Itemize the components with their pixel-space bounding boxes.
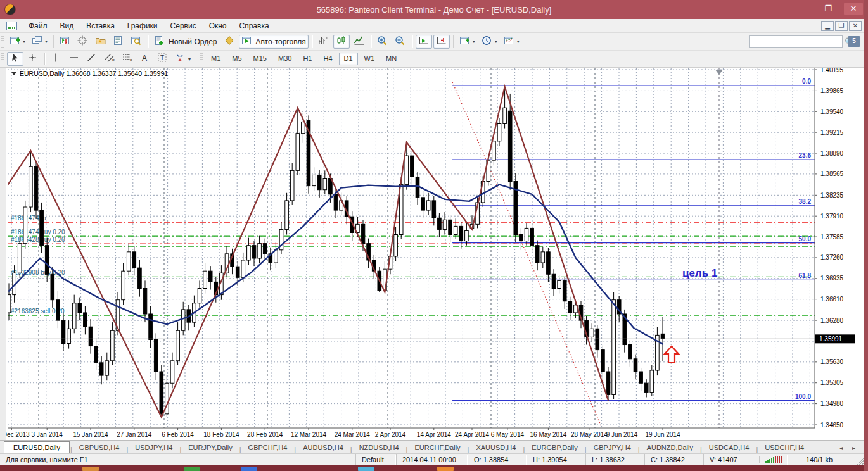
metaeditor-button[interactable] [221,35,238,49]
dropdown-caret-icon[interactable]: ▾ [473,39,475,44]
tab-eurchf-daily[interactable]: EURCHF,Daily [408,442,466,453]
new-order-button[interactable]: Новый Ордер [151,35,219,49]
timeframe-m1[interactable]: M1 [206,53,226,65]
taskbar-app-icon[interactable] [437,467,454,471]
new-chart-button[interactable]: ▾ [7,35,28,49]
toolbar-grip[interactable] [1,35,4,48]
navigator-button[interactable]: ★ [93,35,109,49]
mdi-minimize-button[interactable]: ▁ [821,21,834,31]
market-watch-button[interactable] [57,35,73,49]
search-input[interactable] [750,38,845,46]
zoom-in-button[interactable] [374,35,391,49]
tab-scroll-arrows[interactable]: ◂ ▸ [834,444,864,453]
maximize-button[interactable]: ❐ [819,3,838,15]
tab-audnzd-daily[interactable]: AUDNZD,Daily [641,442,699,453]
cursor-icon [10,53,21,65]
taskbar-app-icon[interactable] [241,467,257,471]
price-chart[interactable]: 0.023.638.250.061.8100.0#1861474 tp#1861… [6,68,864,440]
templates-button[interactable]: ▾ [501,35,522,49]
mdi-restore-button[interactable]: ❐ [835,21,848,31]
indicators-button[interactable]: ▾ [457,35,478,49]
tab-eurgbp-daily[interactable]: EURGBP,Daily [525,442,584,453]
tab-gbpchf-h4[interactable]: GBPCHF,H4 [242,442,294,453]
timeframe-mn[interactable]: MN [381,53,402,65]
tab-nzdusd-h4[interactable]: NZDUSD,H4 [353,442,405,453]
tab-gbpjpy-h4[interactable]: GBPJPY,H4 [587,442,637,453]
terminal-button[interactable] [110,35,127,49]
fibonacci-button[interactable]: F [119,52,136,66]
timeframe-m15[interactable]: M15 [248,53,272,65]
indicators-icon [459,35,471,48]
timeframe-h1[interactable]: H1 [298,53,317,65]
menu-сервис[interactable]: Сервис [164,20,203,32]
system-menu-icon[interactable] [6,22,17,30]
chart-line-button[interactable] [351,35,367,49]
trendline-button[interactable] [84,52,100,66]
crosshair-icon [27,53,39,65]
timeframe-m30[interactable]: M30 [273,53,297,65]
resize-grip[interactable] [856,457,864,465]
tab-usdchf-h4[interactable]: USDCHF,H4 [758,442,810,453]
window-title: 565896: Panteon Client Terminal - Демо С… [0,5,868,15]
equidistant-channel-button[interactable]: E [101,52,118,66]
toolbar-grip3[interactable] [200,53,203,65]
dropdown-caret-icon[interactable]: ▾ [188,56,191,62]
taskbar-app-icon[interactable] [82,467,99,471]
autotrading-button[interactable]: Авто-торговля [239,35,309,49]
periods-button[interactable]: ▾ [479,35,500,49]
chart-line-icon [354,35,365,48]
svg-text:24 Apr 2014: 24 Apr 2014 [455,431,489,438]
close-button[interactable]: ✕ [844,3,863,15]
dropdown-caret-icon[interactable]: ▾ [23,39,25,44]
tab-gbpusd-h4[interactable]: GBPUSD,H4 [73,442,126,453]
minimize-button[interactable]: – [793,3,812,15]
cursor-button[interactable] [7,52,23,66]
text-button[interactable]: A [137,52,153,66]
crosshair-button[interactable] [25,52,41,66]
horizontal-line-button[interactable] [66,52,82,66]
timeframe-w1[interactable]: W1 [359,53,380,65]
taskbar-app-icon[interactable] [184,467,200,471]
tab-usdjpy-h4[interactable]: USDJPY,H4 [129,442,179,453]
taskbar-app-icon[interactable] [358,467,374,471]
dropdown-caret-icon[interactable]: ▾ [495,39,497,44]
chart-candles-button[interactable] [333,35,350,49]
tab-eurusd-daily[interactable]: EURUSD,Daily [4,441,70,454]
menu-файл[interactable]: Файл [22,20,54,32]
vertical-line-button[interactable] [48,52,65,66]
dropdown-caret-icon[interactable]: ▾ [45,39,48,44]
dropdown-caret-icon[interactable]: ▾ [517,39,520,44]
timeframe-m5[interactable]: M5 [227,53,246,65]
shapes-icon [175,53,186,65]
status-bar-time: 2014.04.11 00:00 [396,454,468,465]
status-profile[interactable]: Default [355,454,396,465]
menu-справка[interactable]: Справка [233,20,276,32]
chart-bars-button[interactable] [316,35,332,49]
menu-вставка[interactable]: Вставка [80,20,121,32]
timeframe-d1[interactable]: D1 [339,53,358,65]
zoom-out-button[interactable] [392,35,409,49]
menu-графики[interactable]: Графики [121,20,164,32]
svg-text:14 Apr 2014: 14 Apr 2014 [417,431,451,438]
text-label-button[interactable]: T [155,52,171,66]
tab-eurjpy-daily[interactable]: EURJPY,Daily [182,442,239,453]
chart-shift-button[interactable] [433,35,450,49]
mdi-close-button[interactable]: ✕ [849,21,862,31]
auto-scroll-icon [418,35,430,48]
tab-usdcad-h4[interactable]: USDCAD,H4 [703,442,756,453]
auto-scroll-button[interactable] [416,35,432,49]
strategy-tester-button[interactable] [128,35,144,49]
svg-text:#1861474 buy 0.20: #1861474 buy 0.20 [11,229,65,236]
data-window-icon [77,35,89,48]
toolbar-grip2[interactable] [1,53,4,65]
tab-xauusd-h4[interactable]: XAUUSD,H4 [469,442,522,453]
tab-audusd-h4[interactable]: AUDUSD,H4 [297,442,350,453]
notifications-icon[interactable]: 5 [848,36,860,47]
menu-вид[interactable]: Вид [54,20,80,32]
arrows-button[interactable]: ▾ [172,52,193,66]
profiles-button[interactable]: ▾ [29,35,50,49]
timeframe-h4[interactable]: H4 [318,53,337,65]
status-volume: V: 41407 [703,454,759,465]
menu-окно[interactable]: Окно [203,20,233,32]
data-window-button[interactable] [75,35,91,49]
